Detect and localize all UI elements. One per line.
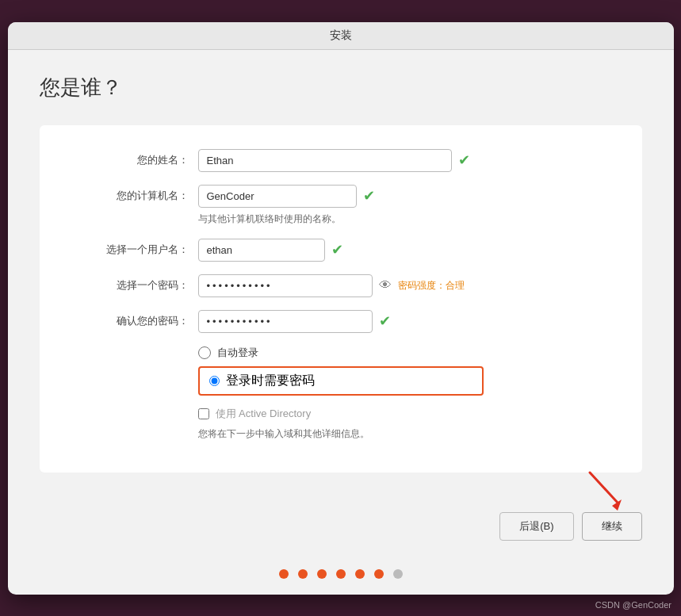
watermark: CSDN @GenCoder [595,600,671,610]
dot-7 [393,569,403,579]
installer-window: 安装 您是谁？ 您的姓名： ✔ 您的计算机名： ✔ 与其他计算 [8,22,674,595]
password-row: 选择一个密码： 👁 密码强度：合理 [71,274,610,297]
require-password-radio[interactable] [209,376,220,386]
autologin-label[interactable]: 自动登录 [217,346,258,360]
password-input[interactable] [198,274,373,297]
active-directory-section: 使用 Active Directory 您将在下一步中输入域和其他详细信息。 [198,407,610,441]
computer-row: 您的计算机名： ✔ [71,185,610,208]
name-check-icon: ✔ [458,151,470,169]
computer-check-icon: ✔ [363,187,375,205]
dot-1 [279,569,289,579]
username-label: 选择一个用户名： [71,243,198,257]
confirm-row: 确认您的密码： ✔ [71,310,610,333]
name-row: 您的姓名： ✔ [71,149,610,172]
username-row: 选择一个用户名： ✔ [71,239,610,262]
content-area: 您是谁？ 您的姓名： ✔ 您的计算机名： ✔ 与其他计算机联络时使用的名称。 [8,50,674,504]
computer-input-wrap: ✔ [198,185,610,208]
dot-3 [317,569,327,579]
username-check-icon: ✔ [331,241,343,258]
active-directory-checkbox[interactable] [198,408,209,419]
dot-5 [355,569,365,579]
page-title: 您是谁？ [40,74,642,101]
confirm-input-wrap: ✔ [198,310,610,333]
titlebar-label: 安装 [330,29,352,41]
eye-icon[interactable]: 👁 [379,278,392,293]
progress-dots [8,557,674,595]
require-password-box: 登录时需要密码 [198,366,484,396]
password-label: 选择一个密码： [71,278,198,293]
form-area: 您的姓名： ✔ 您的计算机名： ✔ 与其他计算机联络时使用的名称。 选择一个用户… [40,125,642,473]
confirm-check-icon: ✔ [379,312,391,330]
continue-button[interactable]: 继续 [582,512,642,541]
dot-6 [374,569,384,579]
active-directory-row: 使用 Active Directory [198,407,610,421]
computer-input[interactable] [198,185,357,208]
back-button[interactable]: 后退(B) [499,512,573,541]
computer-hint: 与其他计算机联络时使用的名称。 [198,212,610,226]
confirm-label: 确认您的密码： [71,314,198,328]
name-label: 您的姓名： [71,153,198,167]
titlebar: 安装 [8,22,674,50]
username-input[interactable] [198,239,325,262]
dot-2 [298,569,308,579]
confirm-input[interactable] [198,310,373,333]
username-input-wrap: ✔ [198,239,610,262]
password-input-wrap: 👁 密码强度：合理 [198,274,610,297]
active-directory-hint: 您将在下一步中输入域和其他详细信息。 [198,427,610,441]
autologin-row: 自动登录 [198,346,610,360]
name-input-wrap: ✔ [198,149,610,172]
require-password-label[interactable]: 登录时需要密码 [226,373,315,389]
computer-label: 您的计算机名： [71,189,198,203]
login-options: 自动登录 登录时需要密码 [198,346,610,396]
footer: 后退(B) 继续 [8,504,674,557]
autologin-radio[interactable] [198,346,211,359]
dot-4 [336,569,346,579]
name-input[interactable] [198,149,452,172]
password-strength: 密码强度：合理 [398,279,465,293]
active-directory-label[interactable]: 使用 Active Directory [216,407,312,421]
